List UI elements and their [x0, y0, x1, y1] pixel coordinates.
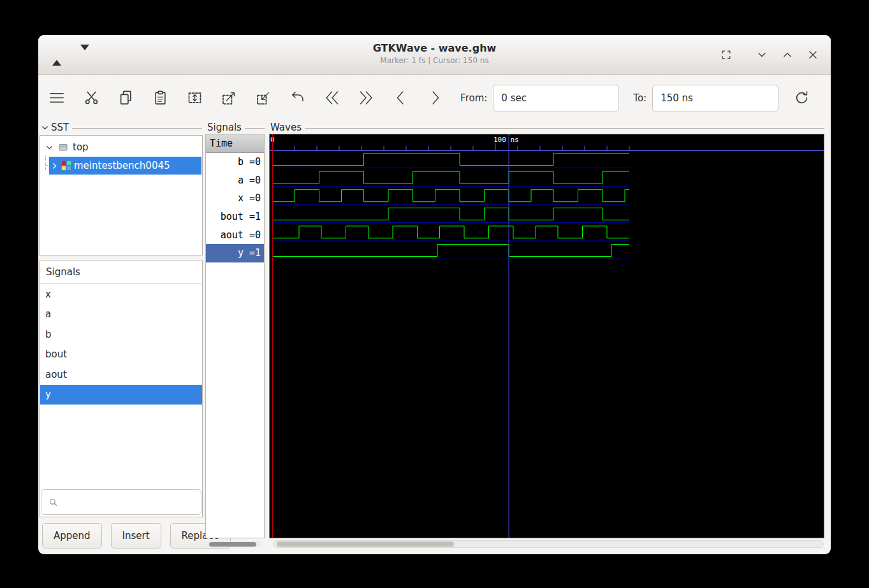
- signal-list-item[interactable]: a: [40, 305, 202, 325]
- chevron-down-icon: [756, 48, 768, 61]
- maximize-icon: [720, 48, 733, 61]
- signal-value-row[interactable]: y =1: [206, 244, 264, 262]
- to-start-button[interactable]: [323, 89, 341, 108]
- tree-item-label: meintestbench0045: [74, 160, 170, 171]
- cut-icon: [83, 89, 100, 106]
- desktop: GTKWave - wave.ghw Marker: 1 fs | Cursor…: [0, 0, 869, 588]
- reload-button[interactable]: [792, 89, 810, 108]
- copy-icon: [117, 89, 135, 106]
- zoom-in-button[interactable]: [220, 89, 238, 108]
- hamburger-icon: [47, 89, 66, 106]
- signals-label: Signals: [207, 122, 242, 133]
- signal-list-item[interactable]: aout: [40, 364, 202, 385]
- shift-right-button[interactable]: [426, 89, 444, 108]
- signal-list-item[interactable]: bout: [40, 345, 202, 365]
- zoom-out-icon: [255, 89, 272, 106]
- cut-button[interactable]: [83, 89, 101, 108]
- sst-tree: top meintestbench0045: [40, 135, 203, 255]
- reload-icon: [793, 89, 810, 106]
- nav-down-button[interactable]: [80, 50, 89, 60]
- scrollbar-thumb[interactable]: [209, 542, 256, 547]
- signal-value-row[interactable]: x =0: [206, 189, 264, 208]
- expander-right-icon[interactable]: [50, 162, 59, 170]
- tree-item-top[interactable]: top: [40, 138, 202, 156]
- signals-list-header: Signals: [40, 261, 202, 284]
- scrollbar-thumb[interactable]: [277, 541, 454, 547]
- signal-value-row[interactable]: bout =1: [206, 208, 264, 226]
- to-input[interactable]: [652, 85, 778, 111]
- search-icon: [48, 497, 59, 508]
- from-input[interactable]: [493, 85, 619, 111]
- shift-left-icon: [392, 89, 409, 106]
- titlebar[interactable]: GTKWave - wave.ghw Marker: 1 fs | Cursor…: [38, 35, 831, 75]
- tree-guide-line: [45, 156, 46, 170]
- signal-value-rows: b =0a =0x =0bout =1aout =0y =1: [206, 153, 264, 262]
- zoom-fit-button[interactable]: [186, 89, 203, 108]
- collapse-chevron-icon[interactable]: [41, 124, 49, 132]
- signals-hscrollbar[interactable]: [207, 541, 263, 547]
- copy-button[interactable]: [117, 89, 135, 108]
- tree-item-testbench[interactable]: meintestbench0045: [49, 157, 201, 175]
- svg-text:100 ns: 100 ns: [493, 136, 519, 144]
- waveform-canvas[interactable]: 0100 ns: [269, 134, 824, 538]
- module-icon: [58, 142, 68, 152]
- testbench-icon: [61, 161, 71, 171]
- close-button[interactable]: [807, 48, 819, 61]
- zoom-in-icon: [221, 89, 238, 106]
- signals-list: xabboutaouty: [40, 284, 202, 405]
- signal-list-item[interactable]: b: [40, 324, 202, 345]
- append-button[interactable]: Append: [42, 523, 102, 549]
- marker-cursor-status: Marker: 1 fs | Cursor: 150 ns: [38, 56, 831, 65]
- signal-value-row[interactable]: aout =0: [206, 226, 264, 244]
- nav-up-button[interactable]: [52, 50, 61, 60]
- triangle-up-icon: [52, 50, 61, 66]
- waves-frame-label: Waves: [270, 122, 824, 133]
- paste-icon: [152, 89, 169, 106]
- menu-button[interactable]: [47, 89, 66, 108]
- to-start-icon: [323, 89, 340, 106]
- signal-list-item[interactable]: x: [40, 284, 202, 305]
- signal-list-item[interactable]: y: [40, 385, 202, 405]
- from-label: From:: [460, 92, 487, 104]
- to-end-icon: [358, 89, 375, 106]
- zoom-out-button[interactable]: [254, 89, 272, 108]
- window-menu-button[interactable]: [756, 48, 768, 61]
- insert-button[interactable]: Insert: [111, 523, 161, 549]
- signal-value-row[interactable]: b =0: [206, 153, 264, 171]
- to-end-button[interactable]: [358, 89, 376, 108]
- sst-signals-panel: Signals xabboutaouty: [40, 261, 203, 517]
- close-icon: [807, 48, 819, 61]
- window-title: GTKWave - wave.ghw: [38, 35, 831, 54]
- time-header[interactable]: Time: [206, 134, 264, 153]
- zoom-fit-icon: [186, 89, 203, 106]
- waves-label: Waves: [270, 122, 302, 133]
- shift-right-icon: [427, 89, 444, 106]
- signal-search[interactable]: [41, 489, 201, 515]
- toolbar: From: To:: [38, 75, 831, 120]
- to-label: To:: [633, 92, 646, 104]
- sst-label: SST: [51, 122, 69, 133]
- zoom-undo-button[interactable]: [289, 89, 307, 108]
- waveform-plot[interactable]: 0100 ns: [270, 134, 824, 538]
- sst-frame-label: SST: [41, 122, 202, 133]
- maximize-button[interactable]: [720, 48, 733, 61]
- gtkwave-window: GTKWave - wave.ghw Marker: 1 fs | Cursor…: [38, 35, 831, 554]
- signal-names-panel: Time b =0a =0x =0bout =1aout =0y =1: [205, 134, 265, 538]
- signal-action-buttons: AppendInsertReplace: [42, 523, 231, 549]
- triangle-down-icon: [80, 45, 89, 60]
- shift-left-button[interactable]: [391, 89, 409, 108]
- zoom-undo-icon: [289, 89, 306, 106]
- signal-value-row[interactable]: a =0: [206, 171, 264, 190]
- signals-frame-label: Signals: [207, 122, 265, 133]
- minimize-button[interactable]: [781, 48, 794, 61]
- paste-button[interactable]: [152, 89, 170, 108]
- tree-item-label: top: [73, 141, 89, 153]
- expander-down-icon[interactable]: [45, 143, 54, 152]
- waves-hscrollbar[interactable]: [273, 540, 824, 548]
- search-input[interactable]: [63, 496, 201, 508]
- chevron-up-icon: [781, 48, 794, 61]
